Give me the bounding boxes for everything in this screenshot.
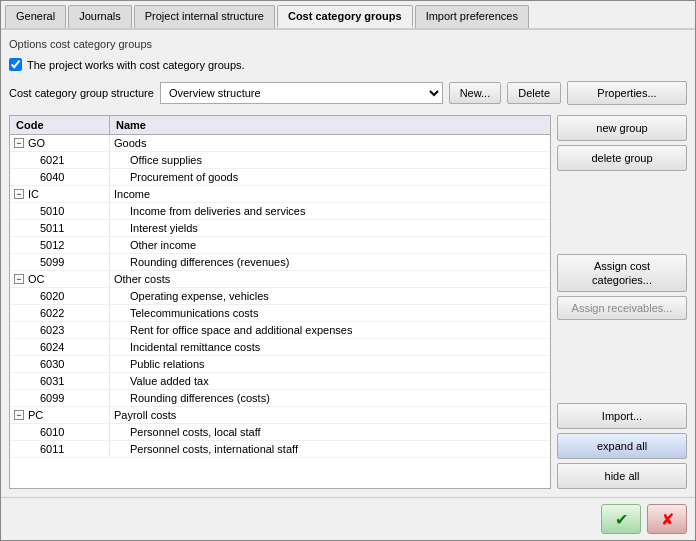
tree-code-cell: 5010 [10, 203, 110, 219]
expand-icon[interactable]: − [14, 410, 24, 420]
tree-name-cell: Rounding differences (costs) [110, 390, 550, 406]
expand-icon[interactable]: − [14, 189, 24, 199]
tree-row[interactable]: 6023Rent for office space and additional… [10, 322, 550, 339]
import-button[interactable]: Import... [557, 403, 687, 429]
tree-name-cell: Income from deliveries and services [110, 203, 550, 219]
tree-name-cell: Personnel costs, local staff [110, 424, 550, 440]
new-button[interactable]: New... [449, 82, 502, 104]
tree-row[interactable]: −PCPayroll costs [10, 407, 550, 424]
tree-code: 6023 [40, 324, 64, 336]
tree-panel[interactable]: Code Name −GOGoods6021Office supplies604… [9, 115, 551, 489]
tree-name-cell: Personnel costs, international staff [110, 441, 550, 457]
tree-name-cell: Rounding differences (revenues) [110, 254, 550, 270]
sidebar: new group delete group Assign cost categ… [557, 115, 687, 489]
tree-code: 6040 [40, 171, 64, 183]
tab-journals[interactable]: Journals [68, 5, 132, 28]
tree-row[interactable]: 6010Personnel costs, local staff [10, 424, 550, 441]
tree-name-cell: Rent for office space and additional exp… [110, 322, 550, 338]
tree-code-cell: −IC [10, 186, 110, 202]
tree-row[interactable]: 5099Rounding differences (revenues) [10, 254, 550, 271]
tab-cost-category-groups[interactable]: Cost category groups [277, 5, 413, 28]
delete-button[interactable]: Delete [507, 82, 561, 104]
tab-import-preferences[interactable]: Import preferences [415, 5, 529, 28]
tree-row[interactable]: −GOGoods [10, 135, 550, 152]
project-works-checkbox[interactable] [9, 58, 22, 71]
tree-code-cell: 6099 [10, 390, 110, 406]
tree-code: 6031 [40, 375, 64, 387]
tree-code-cell: 6020 [10, 288, 110, 304]
tree-name-cell: Goods [110, 135, 550, 151]
tree-name-cell: Operating expense, vehicles [110, 288, 550, 304]
new-group-button[interactable]: new group [557, 115, 687, 141]
tree-name-cell: Income [110, 186, 550, 202]
tree-code-cell: 6040 [10, 169, 110, 185]
main-row: Code Name −GOGoods6021Office supplies604… [9, 115, 687, 489]
tree-name-cell: Other costs [110, 271, 550, 287]
structure-select[interactable]: Overview structure [160, 82, 443, 104]
tree-row[interactable]: 5012Other income [10, 237, 550, 254]
tree-row[interactable]: 6021Office supplies [10, 152, 550, 169]
tree-code-cell: 6022 [10, 305, 110, 321]
delete-group-button[interactable]: delete group [557, 145, 687, 171]
expand-icon[interactable]: − [14, 138, 24, 148]
tree-code: 6021 [40, 154, 64, 166]
header-code: Code [10, 116, 110, 134]
tree-code: 6011 [40, 443, 64, 455]
hide-all-button[interactable]: hide all [557, 463, 687, 489]
tab-project-internal[interactable]: Project internal structure [134, 5, 275, 28]
tree-code: 5012 [40, 239, 64, 251]
content-area: Options cost category groups The project… [1, 30, 695, 497]
tree-row[interactable]: 6022Telecommunications costs [10, 305, 550, 322]
tree-row[interactable]: 6040Procurement of goods [10, 169, 550, 186]
tree-body: −GOGoods6021Office supplies6040Procureme… [10, 135, 550, 458]
tree-row[interactable]: 5010Income from deliveries and services [10, 203, 550, 220]
tree-code-cell: 6011 [10, 441, 110, 457]
tree-row[interactable]: 6011Personnel costs, international staff [10, 441, 550, 458]
tree-row[interactable]: 6024Incidental remittance costs [10, 339, 550, 356]
spacer2 [557, 324, 687, 399]
tree-row[interactable]: 6030Public relations [10, 356, 550, 373]
tree-row[interactable]: −ICIncome [10, 186, 550, 203]
tree-code: PC [28, 409, 43, 421]
properties-button[interactable]: Properties... [567, 81, 687, 105]
tree-name-cell: Procurement of goods [110, 169, 550, 185]
tree-code-cell: 6031 [10, 373, 110, 389]
tree-row[interactable]: −OCOther costs [10, 271, 550, 288]
tree-code-cell: −PC [10, 407, 110, 423]
checkbox-label: The project works with cost category gro… [27, 59, 245, 71]
tree-code: 6020 [40, 290, 64, 302]
tree-name-cell: Value added tax [110, 373, 550, 389]
structure-row: Cost category group structure Overview s… [9, 81, 687, 105]
tree-code: 5011 [40, 222, 64, 234]
assign-cost-button[interactable]: Assign cost categories... [557, 254, 687, 293]
cancel-button[interactable]: ✘ [647, 504, 687, 534]
tree-code: 5010 [40, 205, 64, 217]
tree-code: 6022 [40, 307, 64, 319]
tree-code-cell: 6021 [10, 152, 110, 168]
tab-general[interactable]: General [5, 5, 66, 28]
tree-code-cell: −OC [10, 271, 110, 287]
tree-code: 6024 [40, 341, 64, 353]
tree-code-cell: 6010 [10, 424, 110, 440]
expand-all-button[interactable]: expand all [557, 433, 687, 459]
assign-receivables-button[interactable]: Assign receivables... [557, 296, 687, 320]
tree-row[interactable]: 6031Value added tax [10, 373, 550, 390]
spacer1 [557, 175, 687, 250]
ok-button[interactable]: ✔ [601, 504, 641, 534]
tree-row[interactable]: 6099Rounding differences (costs) [10, 390, 550, 407]
tree-row[interactable]: 5011Interest yields [10, 220, 550, 237]
tree-name-cell: Public relations [110, 356, 550, 372]
tree-code-cell: −GO [10, 135, 110, 151]
tree-name-cell: Telecommunications costs [110, 305, 550, 321]
tree-code: 5099 [40, 256, 64, 268]
section-title: Options cost category groups [9, 38, 687, 50]
expand-icon[interactable]: − [14, 274, 24, 284]
tree-name-cell: Incidental remittance costs [110, 339, 550, 355]
tabs-bar: General Journals Project internal struct… [1, 1, 695, 30]
tree-header: Code Name [10, 116, 550, 135]
tree-code: OC [28, 273, 45, 285]
tree-code: 6099 [40, 392, 64, 404]
tree-code-cell: 6030 [10, 356, 110, 372]
header-name: Name [110, 116, 550, 134]
tree-row[interactable]: 6020Operating expense, vehicles [10, 288, 550, 305]
